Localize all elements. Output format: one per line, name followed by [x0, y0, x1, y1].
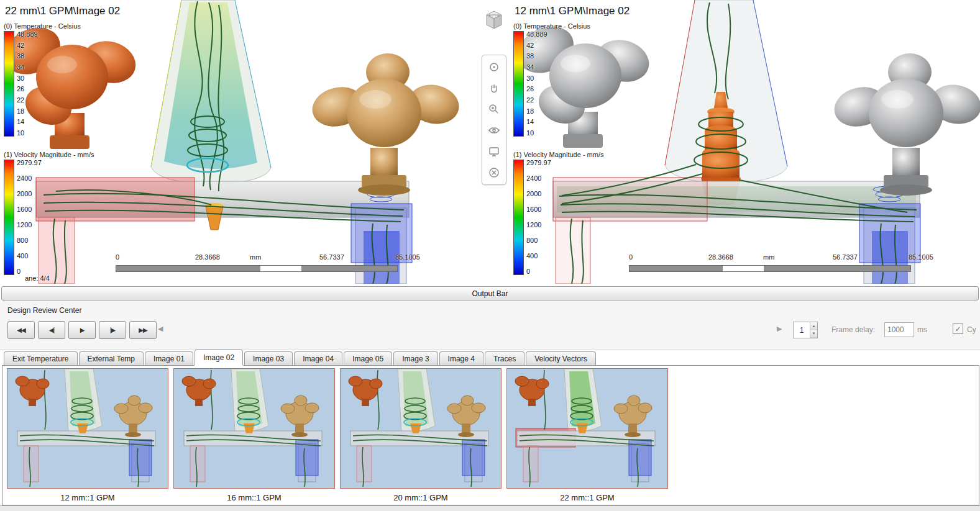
frame-number-spinner: ▲ ▼ [793, 322, 818, 338]
nav-panel [482, 55, 506, 185]
image-tabbar: Exit TemperatureExternal TempImage 01Ima… [4, 350, 980, 365]
filmstrip-thumbnail[interactable]: 16 mm::1 GPM [173, 368, 335, 502]
app-window: 22 mm\1 GPM\Image 02 (0) Temperature - C… [0, 0, 980, 511]
legend-tick: 1200 [526, 222, 551, 228]
legend-tick: 42 [526, 42, 547, 49]
legend-tick: 14 [526, 119, 547, 125]
velocity-legend-title: (1) Velocity Magnitude - mm/s [4, 151, 94, 158]
legend-tick: 30 [17, 75, 38, 82]
legend-tick: 26 [526, 86, 547, 93]
velocity-colorbar [4, 160, 14, 275]
scrollbar-thumb[interactable] [723, 266, 764, 271]
filmstrip-thumbnail[interactable]: 22 mm::1 GPM [506, 368, 668, 502]
thumbnail-image[interactable] [173, 368, 335, 489]
legend-tick: 2979.97 [17, 160, 42, 166]
viewport-right[interactable]: 12 mm\1 GPM\Image 02 (0) Temperature - C… [510, 0, 980, 284]
slider-left-arrow[interactable]: ◀ [158, 325, 163, 333]
zoom-button[interactable] [486, 101, 502, 117]
temperature-legend-title: (0) Temperature - Celsius [513, 22, 590, 30]
tab[interactable]: Exit Temperature [4, 351, 78, 365]
close-toolbar-button[interactable] [486, 165, 502, 181]
legend-tick: 1600 [526, 206, 551, 213]
temperature-ticks: 48.889423834302622181410 [526, 31, 547, 137]
legend-tick: 800 [526, 237, 551, 244]
legend-tick: 18 [526, 108, 547, 115]
tab[interactable]: Traces [485, 351, 524, 365]
go-to-start-button[interactable]: ◀◀ [7, 321, 35, 339]
tab[interactable]: Image 3 [393, 351, 437, 365]
thumbnail-image[interactable] [7, 368, 168, 489]
scale-scrollbar[interactable] [116, 265, 398, 272]
tab[interactable]: Image 02 [195, 350, 243, 365]
legend-tick: 10 [17, 130, 38, 137]
legend-tick: 800 [17, 237, 42, 244]
thumbnail-caption: 12 mm::1 GPM [7, 493, 168, 502]
thumbnail-scene [507, 369, 667, 488]
step-back-button[interactable]: ◀| [38, 321, 65, 339]
tab[interactable]: Image 04 [294, 351, 342, 365]
legend-tick: 38 [526, 53, 547, 60]
temperature-legend: (0) Temperature - Celsius 48.88942383430… [4, 22, 81, 137]
tab[interactable]: External Temp [79, 351, 144, 365]
legend-tick: 38 [17, 53, 38, 60]
view-cube-icon: BOTTOM [482, 7, 506, 35]
view-cube[interactable]: BOTTOM [482, 7, 506, 37]
bottom-scrollbar[interactable] [0, 505, 980, 511]
svg-text:BOTTOM: BOTTOM [488, 14, 499, 17]
tab[interactable]: Image 4 [439, 351, 483, 365]
step-forward-button[interactable]: |▶ [99, 321, 126, 339]
thumbnail-scene [7, 369, 168, 488]
temperature-legend-title: (0) Temperature - Celsius [4, 22, 81, 30]
ruler-tick: 28.3668 [708, 253, 733, 261]
tab[interactable]: Image 05 [344, 351, 392, 365]
filmstrip-thumbnail[interactable]: 12 mm::1 GPM [7, 368, 168, 502]
ruler-tick: 85.1005 [395, 253, 420, 261]
legend-tick: 34 [526, 64, 547, 71]
slider-right-arrow[interactable]: ▶ [777, 325, 782, 333]
legend-tick: 22 [17, 97, 38, 104]
play-button[interactable]: ▶ [68, 321, 96, 339]
close-icon [487, 166, 501, 179]
legend-tick: 400 [526, 253, 551, 260]
rotate-view-icon [487, 124, 501, 137]
tab[interactable]: Velocity Vectors [526, 351, 596, 365]
frame-number-input[interactable] [794, 322, 810, 338]
orbit-button[interactable] [486, 59, 502, 75]
frame-delay-input[interactable] [884, 322, 914, 337]
tab[interactable]: Image 01 [145, 351, 193, 365]
scale-scrollbar[interactable] [629, 265, 911, 272]
thumbnail-caption: 20 mm::1 GPM [340, 493, 501, 502]
ruler-tick: 85.1005 [909, 253, 933, 261]
pan-icon [487, 81, 501, 95]
plane-label: ane: 4/4 [25, 274, 50, 282]
scrollbar-thumb[interactable] [260, 266, 301, 271]
filmstrip-thumbnail[interactable]: 20 mm::1 GPM [340, 368, 501, 502]
go-to-end-button[interactable]: ▶▶ [129, 321, 157, 339]
temperature-colorbar [513, 31, 524, 137]
legend-tick: 48.889 [526, 31, 547, 38]
cycle-checkbox[interactable] [953, 323, 963, 334]
pan-button[interactable] [486, 80, 502, 96]
legend-tick: 0 [526, 268, 551, 275]
tab[interactable]: Image 03 [244, 351, 293, 365]
ruler-tick: 28.3668 [195, 253, 220, 261]
legend-tick: 2400 [17, 175, 42, 182]
playback-controls: ◀◀ ◀| ▶ |▶ ▶▶ [7, 321, 157, 339]
spinner-down-icon[interactable]: ▼ [810, 330, 817, 338]
thumbnail-image[interactable] [506, 368, 668, 489]
velocity-legend: (1) Velocity Magnitude - mm/s 2979.97240… [513, 151, 604, 275]
filmstrip-panel: 12 mm::1 GPM [2, 365, 979, 505]
output-bar[interactable]: Output Bar [1, 286, 979, 301]
viewport-title: 12 mm\1 GPM\Image 02 [515, 5, 630, 17]
velocity-colorbar [513, 160, 524, 275]
viewport-left[interactable]: 22 mm\1 GPM\Image 02 (0) Temperature - C… [0, 0, 479, 284]
legend-tick: 14 [17, 119, 38, 125]
rotate-view-button[interactable] [486, 122, 502, 138]
velocity-ticks: 2979.9724002000160012008004000 [526, 160, 551, 275]
legend-tick: 2400 [526, 175, 551, 182]
legend-tick: 26 [17, 86, 38, 93]
thumbnail-image[interactable] [340, 368, 501, 489]
appearance-button[interactable] [486, 143, 502, 160]
spinner-up-icon[interactable]: ▲ [810, 322, 817, 330]
ruler-tick: 56.7337 [319, 253, 344, 261]
